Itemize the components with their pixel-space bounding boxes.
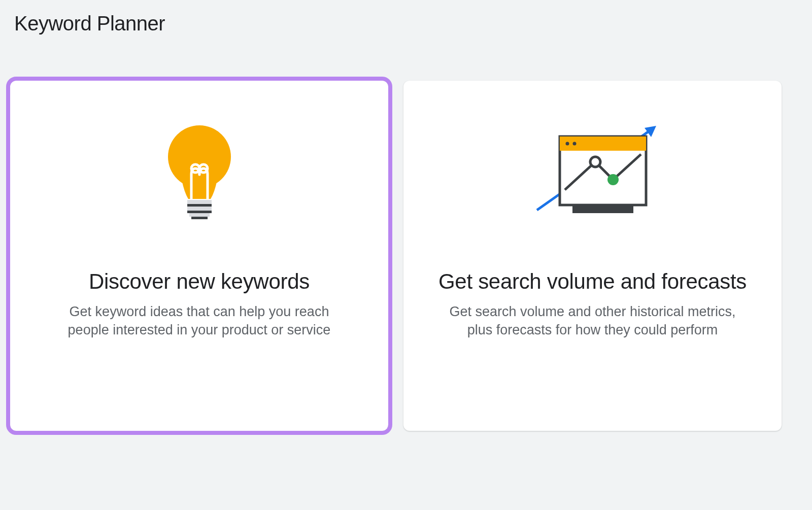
svg-point-16 — [607, 174, 619, 185]
svg-point-13 — [565, 142, 569, 146]
card-description: Get search volume and other historical m… — [441, 302, 745, 339]
svg-rect-8 — [191, 217, 208, 219]
svg-point-0 — [168, 125, 231, 188]
card-title: Discover new keywords — [89, 268, 310, 295]
svg-point-15 — [590, 157, 600, 167]
svg-rect-3 — [187, 200, 212, 204]
lightbulb-icon — [36, 101, 363, 248]
svg-rect-17 — [572, 206, 633, 213]
svg-rect-4 — [187, 204, 212, 207]
chart-browser-icon — [429, 101, 756, 248]
discover-keywords-card[interactable]: Discover new keywords Get keyword ideas … — [10, 81, 388, 431]
page-title: Keyword Planner — [0, 0, 812, 35]
svg-point-14 — [572, 142, 576, 146]
search-volume-card[interactable]: Get search volume and forecasts Get sear… — [403, 81, 782, 431]
svg-rect-6 — [187, 211, 212, 213]
svg-rect-7 — [189, 213, 210, 217]
card-description: Get keyword ideas that can help you reac… — [47, 302, 352, 339]
svg-rect-5 — [187, 207, 212, 211]
cards-container: Discover new keywords Get keyword ideas … — [0, 35, 812, 441]
card-title: Get search volume and forecasts — [438, 268, 747, 295]
